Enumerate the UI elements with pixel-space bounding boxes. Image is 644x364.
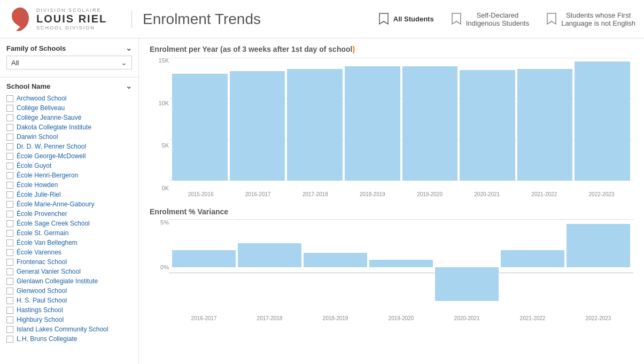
- school-list-item[interactable]: École Julie-Riel: [0, 190, 138, 199]
- variance-x-label: 2021-2022: [501, 315, 564, 326]
- school-checkbox[interactable]: [6, 220, 13, 227]
- school-list-item[interactable]: École Marie-Anne-Gaboury: [0, 199, 138, 209]
- filter-tabs: All Students Self-DeclaredIndigenous Stu…: [378, 11, 635, 27]
- school-checkbox[interactable]: [6, 288, 13, 295]
- school-list-item[interactable]: Hastings School: [0, 305, 138, 315]
- school-checkbox[interactable]: [6, 143, 13, 150]
- school-checkbox[interactable]: [6, 278, 13, 285]
- school-list-item[interactable]: École Provencher: [0, 209, 138, 219]
- school-checkbox[interactable]: [6, 307, 13, 314]
- variance-bar-wrapper: [501, 219, 564, 315]
- bookmark-all-icon: [378, 12, 389, 26]
- school-list[interactable]: Archwood School Collège Béliveau Collège…: [0, 92, 138, 364]
- variance-bar-wrapper: [304, 219, 367, 315]
- school-name: Frontenac School: [17, 258, 67, 266]
- variance-x-label: 2017-2018: [238, 315, 301, 326]
- enrolment-y-axis: 15K 10K 5K 0K: [150, 58, 169, 202]
- enrolment-bars-area: 2015-20162016-20172017-20182018-20192019…: [169, 58, 633, 202]
- school-checkbox[interactable]: [6, 153, 13, 160]
- filter-indigenous[interactable]: Self-DeclaredIndigenous Students: [451, 11, 530, 27]
- variance-bar-wrapper: [369, 219, 433, 315]
- school-list-item[interactable]: Collège Jeanne-Sauvé: [0, 113, 138, 122]
- school-list-item[interactable]: École George-McDowell: [0, 151, 138, 161]
- school-checkbox[interactable]: [6, 124, 13, 131]
- school-list-item[interactable]: Glenlawn Collegiate Institute: [0, 276, 138, 286]
- filter-all-label: All Students: [393, 15, 434, 23]
- school-checkbox[interactable]: [6, 162, 13, 169]
- family-filter-label: Family of Schools ⌄: [6, 44, 132, 52]
- school-checkbox[interactable]: [6, 268, 13, 275]
- bookmark-indigenous-icon: [451, 12, 462, 26]
- variance-x-labels: 2016-20172017-20182018-20192019-20202020…: [172, 315, 630, 326]
- school-checkbox[interactable]: [6, 249, 13, 256]
- school-checkbox[interactable]: [6, 134, 13, 141]
- school-list-item[interactable]: Collège Béliveau: [0, 103, 138, 113]
- school-list-item[interactable]: Frontenac School: [0, 257, 138, 267]
- school-checkbox[interactable]: [6, 230, 13, 237]
- school-checkbox[interactable]: [6, 172, 13, 179]
- school-name: École Guyot: [17, 162, 51, 169]
- chart-area: Enrolment per Year (as of 3 weeks after …: [139, 38, 644, 364]
- variance-x-label: 2018-2019: [304, 315, 367, 326]
- school-checkbox[interactable]: [6, 182, 13, 189]
- school-checkbox[interactable]: [6, 316, 13, 323]
- school-list-item[interactable]: École Henri-Bergeron: [0, 171, 138, 180]
- school-checkbox[interactable]: [6, 259, 13, 266]
- school-name-label: School Name: [6, 82, 50, 90]
- enrolment-bar-wrapper: [345, 58, 400, 181]
- school-checkbox[interactable]: [6, 114, 13, 121]
- school-list-item[interactable]: Archwood School: [0, 94, 138, 103]
- school-checkbox[interactable]: [6, 336, 13, 343]
- school-name: Dakota Collegiate Institute: [17, 123, 91, 131]
- school-list-item[interactable]: École Sage Creek School: [0, 219, 138, 228]
- enrolment-bar-wrapper: [287, 58, 343, 181]
- enrolment-x-label: 2015-2016: [172, 191, 229, 202]
- school-checkbox[interactable]: [6, 105, 13, 112]
- school-name: Dr. D. W. Penner School: [17, 143, 86, 150]
- school-list-item[interactable]: Darwin School: [0, 132, 138, 142]
- enrolment-bar: [402, 66, 458, 181]
- filter-not-english[interactable]: Students whose FirstLanguage is not Engl…: [546, 11, 635, 27]
- family-dropdown[interactable]: All ⌄: [6, 56, 132, 69]
- school-name: L.H. Bruns Collegiate: [17, 335, 77, 343]
- school-name: Archwood School: [17, 95, 66, 102]
- variance-bar-positive: [369, 260, 433, 267]
- school-checkbox[interactable]: [6, 191, 13, 198]
- school-name: École Howden: [17, 181, 58, 189]
- variance-y-axis: 5% 0% -5%: [150, 219, 169, 326]
- school-name: Island Lakes Community School: [17, 326, 108, 333]
- enrolment-bar: [575, 61, 630, 181]
- school-list-item[interactable]: Dakota Collegiate Institute: [0, 122, 138, 132]
- school-list-item[interactable]: École Van Belleghem: [0, 238, 138, 247]
- school-checkbox[interactable]: [6, 326, 13, 333]
- variance-chart: 5% 0% -5% 2016-20172017-20182018-2019201…: [150, 219, 633, 326]
- school-checkbox[interactable]: [6, 297, 13, 304]
- school-list-item[interactable]: Dr. D. W. Penner School: [0, 142, 138, 151]
- filter-all-students[interactable]: All Students: [378, 12, 434, 26]
- family-filter-section: Family of Schools ⌄ All ⌄: [0, 38, 138, 77]
- school-checkbox[interactable]: [6, 201, 13, 208]
- variance-x-label: 2020-2021: [435, 315, 499, 326]
- school-list-item[interactable]: L.H. Bruns Collegiate: [0, 334, 138, 344]
- school-name: Collège Béliveau: [17, 104, 65, 112]
- dropdown-chevron-icon: ⌄: [121, 58, 127, 67]
- enrolment-chart: 15K 10K 5K 0K: [150, 58, 633, 202]
- school-list-item[interactable]: École Howden: [0, 180, 138, 190]
- variance-bar-positive: [501, 250, 564, 267]
- school-list-item[interactable]: H. S. Paul School: [0, 296, 138, 305]
- main-content: Family of Schools ⌄ All ⌄ School Name ⌄ …: [0, 38, 644, 364]
- school-checkbox[interactable]: [6, 95, 13, 102]
- school-checkbox[interactable]: [6, 239, 13, 246]
- variance-bar-wrapper: [567, 219, 630, 315]
- header: DIVISION SCOLAIRE Louis Riel SCHOOL DIVI…: [0, 0, 644, 38]
- school-list-item[interactable]: École Guyot: [0, 161, 138, 171]
- school-name: General Vanier School: [17, 268, 81, 275]
- school-name: École Provencher: [17, 210, 67, 218]
- school-list-item[interactable]: Island Lakes Community School: [0, 324, 138, 334]
- school-checkbox[interactable]: [6, 211, 13, 218]
- school-list-item[interactable]: Glenwood School: [0, 286, 138, 296]
- school-list-item[interactable]: École Varennes: [0, 247, 138, 257]
- school-list-item[interactable]: General Vanier School: [0, 267, 138, 276]
- school-list-item[interactable]: Highbury School: [0, 315, 138, 324]
- school-list-item[interactable]: École St. Germain: [0, 228, 138, 238]
